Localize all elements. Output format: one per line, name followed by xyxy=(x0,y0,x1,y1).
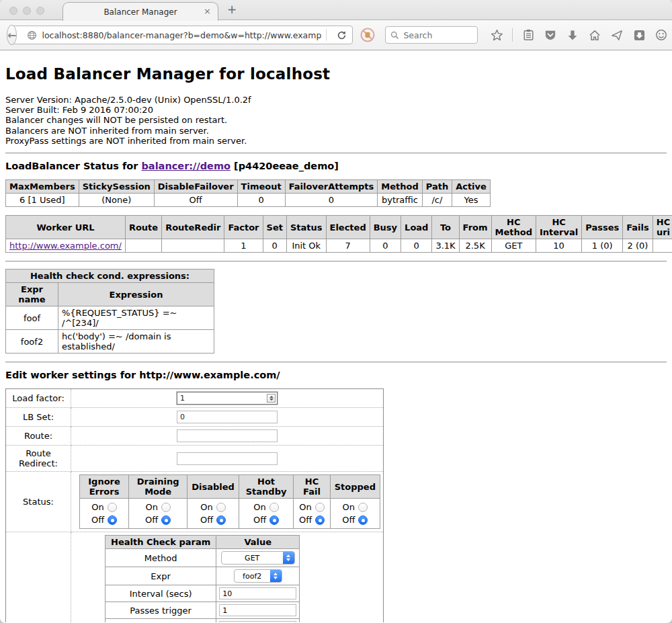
column-header: Health Check param xyxy=(106,536,216,549)
cell-fails: 2 (0) xyxy=(623,239,653,253)
column-header: Fails xyxy=(623,216,653,239)
disabled-on-radio[interactable] xyxy=(216,503,226,512)
send-tab-icon[interactable] xyxy=(610,28,624,42)
cell-stickysession: (None) xyxy=(79,194,154,207)
on-label: On xyxy=(200,501,212,513)
hot-standby-off-radio[interactable] xyxy=(269,515,279,525)
column-header: HC Method xyxy=(491,216,536,239)
fails-trigger-input[interactable] xyxy=(219,621,296,622)
section-divider xyxy=(5,362,667,363)
url-text[interactable]: localhost:8880/balancer-manager?b=demo&w… xyxy=(42,30,321,40)
table-row: Interval (secs) xyxy=(106,585,300,602)
hot-standby-on-radio[interactable] xyxy=(269,503,279,512)
new-tab-button[interactable]: + xyxy=(227,3,237,16)
cell-path: /c/ xyxy=(422,194,452,207)
page-title: Load Balancer Manager for localhost xyxy=(5,65,667,83)
section-divider xyxy=(5,261,667,262)
home-icon[interactable] xyxy=(588,28,601,42)
radio-row: On Off On Off On Off xyxy=(80,499,380,529)
balancer-status-table: MaxMembers StickySession DisableFailover… xyxy=(5,179,491,207)
form-row-route-redirect: Route Redirect: xyxy=(6,446,384,472)
column-header: To xyxy=(432,216,459,239)
cell-failoverattempts: 0 xyxy=(285,194,378,207)
select-stepper-icon xyxy=(270,569,282,583)
balancer-demo-link[interactable]: balancer://demo xyxy=(141,161,230,171)
column-header: Disabled xyxy=(187,475,239,499)
fails-trigger-label: Fails trigger) xyxy=(106,619,216,622)
downloads-arrow-icon[interactable] xyxy=(566,28,579,42)
on-label: On xyxy=(299,501,311,513)
blocked-content-icon[interactable] xyxy=(360,27,376,43)
stopped-on-radio[interactable] xyxy=(358,503,368,512)
section-divider xyxy=(5,153,667,154)
edit-worker-form: Load factor: LB Set: Route: Route Redire… xyxy=(5,388,384,622)
column-header: HC Fail xyxy=(294,475,330,499)
zoom-window-button[interactable] xyxy=(36,7,44,15)
expr-select[interactable]: foof2 xyxy=(234,569,282,583)
off-label: Off xyxy=(145,513,158,526)
reload-icon[interactable] xyxy=(331,30,352,40)
tab-balancer-manager[interactable]: Balancer Manager × xyxy=(62,2,218,21)
cell-passes: 1 (0) xyxy=(582,239,623,253)
passes-trigger-label: Passes trigger xyxy=(106,602,216,619)
search-input[interactable] xyxy=(403,30,464,40)
table-row: http://www.example.com/ 1 0 Init Ok 7 0 … xyxy=(6,239,672,253)
column-header: Route xyxy=(125,216,161,239)
bookmark-star-icon[interactable] xyxy=(490,28,503,42)
hc-fail-off-radio[interactable] xyxy=(315,515,325,525)
pocket-icon[interactable] xyxy=(544,28,557,42)
tab-close-icon[interactable]: × xyxy=(204,6,211,16)
ignore-errors-off-radio[interactable] xyxy=(108,515,117,525)
table-row: foof %{REQUEST_STATUS} =~ /^[234]/ xyxy=(6,306,214,330)
cell-expr-name: foof xyxy=(6,306,58,330)
close-window-button[interactable] xyxy=(9,7,17,15)
column-header: Path xyxy=(422,180,452,194)
cell-method: bytraffic xyxy=(378,194,422,207)
draining-mode-off-radio[interactable] xyxy=(161,515,171,525)
worker-url-link[interactable]: http://www.example.com/ xyxy=(9,241,122,251)
chat-smiley-icon[interactable] xyxy=(655,28,668,42)
server-version-line: Server Version: Apache/2.5.0-dev (Unix) … xyxy=(5,95,667,105)
cell-set: 0 xyxy=(263,239,286,253)
worker-table: Worker URL Route RouteRedir Factor Set S… xyxy=(5,215,672,253)
column-header: FailoverAttempts xyxy=(285,180,378,194)
search-icon xyxy=(390,31,399,40)
tab-strip: Balancer Manager × + xyxy=(0,0,672,20)
route-redirect-input[interactable] xyxy=(177,452,278,465)
url-bar[interactable]: localhost:8880/balancer-manager?b=demo&w… xyxy=(11,26,353,44)
cell-maxmembers: 6 [1 Used] xyxy=(6,194,79,207)
route-input[interactable] xyxy=(177,429,278,442)
number-stepper-icon[interactable] xyxy=(267,394,276,403)
health-check-param-table: Health Check param Value Method GET xyxy=(105,535,300,622)
column-header: Active xyxy=(452,180,491,194)
search-bar[interactable] xyxy=(385,26,478,44)
table-row: foof2 hc('body') =~ /domain is establish… xyxy=(6,330,214,354)
draining-mode-on-radio[interactable] xyxy=(161,503,171,512)
load-factor-input[interactable] xyxy=(177,392,278,405)
toolbar-separator xyxy=(512,28,513,42)
status-label: Status: xyxy=(6,472,71,532)
column-header: Busy xyxy=(370,216,401,239)
column-header: Hot Standby xyxy=(239,475,293,499)
site-identity-globe-icon[interactable] xyxy=(27,30,37,40)
ignore-errors-on-radio[interactable] xyxy=(108,503,117,512)
hc-fail-on-radio[interactable] xyxy=(315,503,325,512)
column-header: Stopped xyxy=(330,475,380,499)
lb-set-input[interactable] xyxy=(177,411,278,423)
window-controls[interactable] xyxy=(9,7,44,15)
passes-trigger-input[interactable] xyxy=(219,604,296,616)
reader-list-icon[interactable] xyxy=(521,28,535,42)
minimize-window-button[interactable] xyxy=(23,7,31,15)
column-header: Ignore Errors xyxy=(80,475,129,499)
table-title-row: Health check cond. expressions: xyxy=(6,269,214,283)
stopped-off-radio[interactable] xyxy=(358,515,368,525)
cell-route xyxy=(125,239,161,253)
table-header-row: Health Check param Value xyxy=(106,536,300,549)
method-select[interactable]: GET xyxy=(221,551,295,565)
interval-input[interactable] xyxy=(219,587,296,599)
table-header-row: MaxMembers StickySession DisableFailover… xyxy=(6,180,491,194)
disabled-off-radio[interactable] xyxy=(216,515,226,525)
on-label: On xyxy=(145,501,157,513)
cell-timeout: 0 xyxy=(237,194,285,207)
download-panel-icon[interactable] xyxy=(632,28,646,42)
